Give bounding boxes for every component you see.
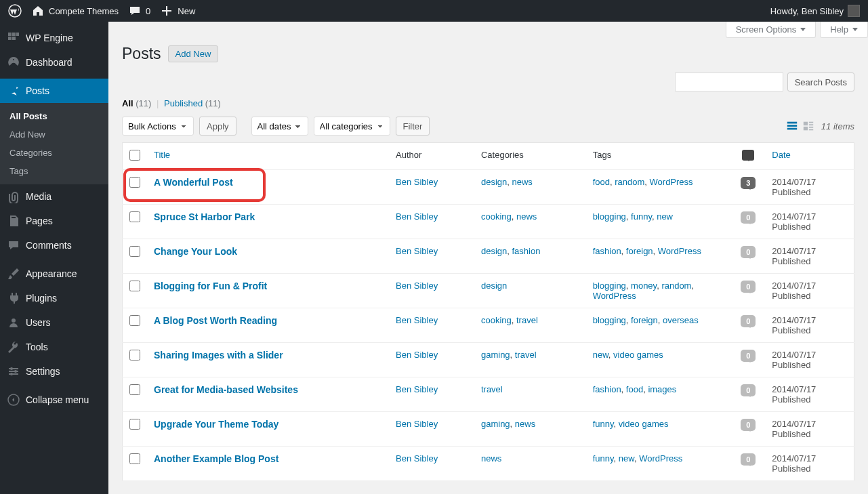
home-icon	[31, 4, 45, 18]
wp-logo[interactable]	[8, 4, 22, 18]
comments-link[interactable]: 0	[128, 4, 150, 18]
comments-count: 0	[146, 6, 150, 16]
site-name[interactable]: Compete Themes	[31, 4, 119, 18]
plus-icon	[160, 4, 173, 18]
user-greeting[interactable]: Howdy, Ben Sibley	[770, 5, 860, 17]
wordpress-icon	[8, 4, 22, 18]
new-content[interactable]: New	[160, 4, 195, 18]
new-label: New	[178, 6, 195, 16]
site-name-label: Compete Themes	[49, 6, 119, 16]
greeting-text: Howdy, Ben Sibley	[770, 6, 844, 16]
avatar	[848, 5, 860, 17]
admin-bar: Compete Themes 0 New Howdy, Ben Sibley	[0, 0, 868, 22]
comment-icon	[128, 4, 142, 18]
